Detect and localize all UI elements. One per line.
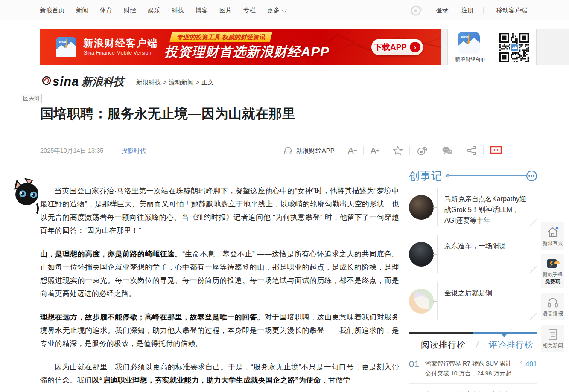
qr-app-label: 新浪财经App xyxy=(453,56,487,63)
breadcrumb-link[interactable]: 滚动新闻 xyxy=(169,79,194,86)
weibo-logo-icon[interactable] xyxy=(410,4,423,16)
post-title: 京东造车，一场阳谋 xyxy=(444,241,531,251)
paragraph: 山，是理想的高度，亦是前路的崎岖征途。“生命不息，攀登不止” ——这恰是所有心怀… xyxy=(40,247,399,300)
float-button-headset[interactable]: 语音播报 xyxy=(541,293,564,320)
float-button-list[interactable]: 相关新闻 xyxy=(541,325,564,352)
rank-row[interactable]: 02中国人保：当前新能源汽车出险875 xyxy=(409,384,537,392)
mobile-client-link[interactable]: 移动客户端 xyxy=(496,6,528,15)
nav-link[interactable]: 财经 xyxy=(124,6,136,15)
rank-title: 中国人保：当前新能源汽车出险 xyxy=(425,389,525,392)
share-wechat-button[interactable] xyxy=(441,145,453,156)
rank-number: 02 xyxy=(409,389,425,392)
rank-row[interactable]: 01鸿蒙智行智界 R7 轿跑 SUV 累计交付突破 10 万台，24.98 万元… xyxy=(409,353,537,384)
banner-ribbon: 专业的投资工具 权威的财经资讯 xyxy=(169,32,272,42)
nav-divider xyxy=(537,7,537,14)
post-item[interactable]: 金银之后就是铜 xyxy=(409,282,537,320)
post-avatar[interactable] xyxy=(409,289,434,314)
svg-text:sina: sina xyxy=(59,39,66,44)
nav-link[interactable]: 体育 xyxy=(100,6,112,15)
comment-button[interactable] xyxy=(490,145,502,156)
nav-link[interactable]: 新闻 xyxy=(76,6,88,15)
chevron-down-icon xyxy=(282,7,287,12)
float-toolbar: 新浪首页NEW新款手机免费玩语音播报相关新闻 xyxy=(541,222,564,352)
post-title: 金银之后就是铜 xyxy=(444,287,531,298)
post-avatar[interactable] xyxy=(409,242,434,267)
font-increase-button[interactable]: A+ xyxy=(370,146,379,155)
register-link[interactable]: 注册 xyxy=(461,6,474,15)
article-meta-row: 2025年10月14日 13:35 投影时代 新浪财经APP A− A+ xyxy=(40,143,502,158)
float-button-home[interactable]: 新浪首页 xyxy=(541,222,564,250)
phone-icon: NEW xyxy=(546,258,560,269)
more-ellipsis-button[interactable]: ••• xyxy=(526,171,537,181)
headset-icon xyxy=(546,296,559,308)
qr-panel: sina 新浪财经App xyxy=(447,29,537,65)
tab-read-ranking[interactable]: 阅读排行榜 xyxy=(421,339,466,351)
breadcrumb-link[interactable]: 正文 xyxy=(201,79,214,86)
share-nodes-icon xyxy=(467,145,477,156)
wechat-icon xyxy=(441,145,453,156)
tab-comment-ranking[interactable]: 评论排行榜 xyxy=(489,339,534,351)
float-label: 新浪首页 xyxy=(542,240,563,247)
paragraph: 当英国登山家乔治·马洛里第一次站在珠穆朗玛峰脚下，凝望这座他心中的“女神”时，他… xyxy=(40,184,399,237)
post-item[interactable]: 京东造车，一场阳谋 xyxy=(409,235,537,273)
breadcrumb-link[interactable]: 新浪科技 xyxy=(136,79,161,86)
rank-number: 01 xyxy=(409,359,425,378)
float-button-phone[interactable]: NEW新款手机免费玩 xyxy=(541,254,564,288)
cat-sticker xyxy=(13,176,41,215)
article-toolbar: 新浪财经APP A− A+ xyxy=(283,145,502,156)
svg-text:sina: sina xyxy=(461,35,469,39)
headphone-icon xyxy=(283,146,293,155)
active-tab-pointer xyxy=(501,334,507,337)
arrow-right-icon: › xyxy=(410,42,420,52)
share-weibo-button[interactable] xyxy=(416,145,428,156)
banner-slogan: 投资理财首选新浪财经APP xyxy=(164,43,330,61)
close-icon xyxy=(23,96,28,101)
post-card[interactable]: 马斯克亲自点名Karpathy迎战Grok 5！别神话LLM，AGI还要等十年 xyxy=(437,188,537,226)
article-title: 国培职聘：服务永无止境—因为山就在那里 xyxy=(40,105,407,123)
nav-more-dropdown[interactable]: 更多 xyxy=(267,6,286,15)
line-start-dot xyxy=(446,174,449,177)
star-icon xyxy=(393,145,403,156)
nav-link[interactable]: 娱乐 xyxy=(148,6,160,15)
top-nav: 新浪首页新闻体育财经娱乐科技博客图片专栏更多 登录 注册 移动客户端 xyxy=(0,0,569,20)
finance-app-banner[interactable]: sina 新浪财经客户端 Sina Finance Mobile Version… xyxy=(40,29,441,65)
close-button[interactable]: 关闭 xyxy=(21,94,42,103)
source-link[interactable]: 投影时代 xyxy=(121,147,146,155)
post-card[interactable]: 金银之后就是铜 xyxy=(437,282,537,320)
nav-link[interactable]: 科技 xyxy=(172,6,184,15)
rank-tab-bar xyxy=(409,332,537,334)
download-app-button[interactable]: 下载APP › xyxy=(371,39,423,55)
float-label: 语音播报 xyxy=(542,310,563,317)
nav-divider xyxy=(483,7,484,14)
article-body: 当英国登山家乔治·马洛里第一次站在珠穆朗玛峰脚下，凝望这座他心中的“女神”时，他… xyxy=(40,184,399,392)
comment-icon xyxy=(490,145,502,156)
sina-eye-icon xyxy=(40,75,53,87)
font-decrease-button[interactable]: A− xyxy=(348,146,357,155)
rank-count: 1,401 xyxy=(520,359,537,378)
top-nav-account: 登录 注册 移动客户端 xyxy=(410,0,537,20)
paragraph: 因为山就在那里，我们必须以更高的标准要求自己。于是，“服务永无止境”不只是一句口… xyxy=(40,360,399,387)
float-label: 新款手机 xyxy=(542,271,563,278)
share-button[interactable] xyxy=(467,145,477,156)
favorite-star-button[interactable] xyxy=(393,145,403,156)
rank-count: 875 xyxy=(525,389,537,392)
post-item[interactable]: 马斯克亲自点名Karpathy迎战Grok 5！别神话LLM，AGI还要等十年 xyxy=(409,188,537,226)
finance-app-icon: sina xyxy=(56,37,76,57)
login-link[interactable]: 登录 xyxy=(436,6,449,15)
nav-link[interactable]: 图片 xyxy=(219,6,232,15)
nav-link[interactable]: 新浪首页 xyxy=(40,6,64,15)
svg-text:NEW: NEW xyxy=(556,261,560,264)
breadcrumb: 新浪科技>滚动新闻>正文 xyxy=(136,78,214,87)
sina-tech-logo[interactable]: sina 新浪科技 xyxy=(40,75,124,87)
float-label: 免费玩 xyxy=(542,278,563,285)
ranking-panel: 阅读排行榜 / 评论排行榜 01鸿蒙智行智界 R7 轿跑 SUV 累计交付突破 … xyxy=(409,332,537,392)
nav-link[interactable]: 博客 xyxy=(196,6,208,15)
qr-center-app-icon xyxy=(510,44,519,52)
post-avatar[interactable] xyxy=(409,195,434,220)
header-rule xyxy=(449,175,526,176)
finance-app-icon: sina xyxy=(458,32,480,54)
nav-link[interactable]: 专栏 xyxy=(243,6,256,15)
post-card[interactable]: 京东造车，一场阳谋 xyxy=(437,235,537,273)
listen-app-button[interactable]: 新浪财经APP xyxy=(283,146,335,155)
banner-app-name-en: Sina Finance Mobile Version xyxy=(84,50,151,56)
